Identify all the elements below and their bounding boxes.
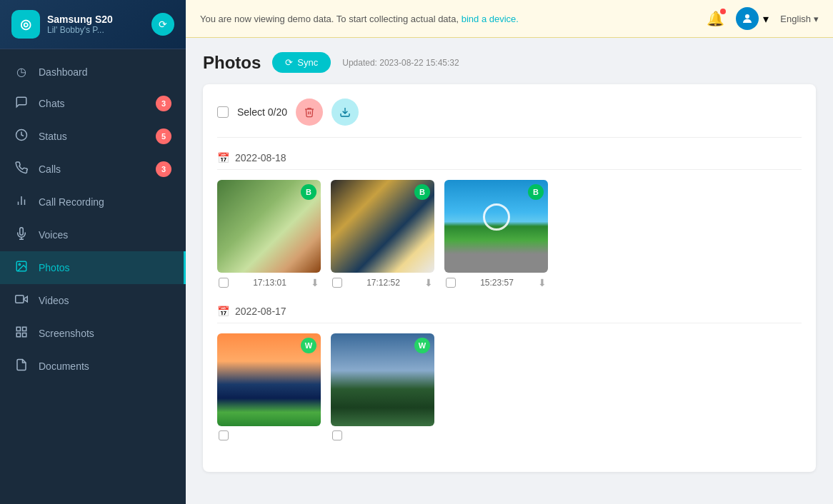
circle-overlay bbox=[483, 203, 510, 231]
user-menu[interactable]: ▾ bbox=[736, 7, 769, 30]
voices-icon bbox=[14, 227, 29, 243]
language-label: English bbox=[780, 14, 811, 24]
photo-thumbnail[interactable]: B bbox=[217, 180, 321, 273]
sidebar-item-screenshots[interactable]: Screenshots bbox=[0, 317, 186, 350]
sidebar-item-label-documents: Documents bbox=[39, 361, 89, 372]
photo-item: W bbox=[331, 333, 434, 440]
photo-item: B 17:12:52 ⬇ bbox=[331, 180, 434, 288]
photo-item: B 17:13:01 ⬇ bbox=[217, 180, 321, 288]
photo-time: 17:12:52 bbox=[366, 278, 400, 288]
sidebar-item-dashboard[interactable]: ◷ Dashboard bbox=[0, 56, 186, 87]
documents-icon bbox=[14, 358, 29, 374]
select-bar: Select 0/20 bbox=[217, 99, 802, 138]
lang-chevron-icon: ▾ bbox=[814, 14, 819, 24]
svg-point-14 bbox=[745, 14, 749, 19]
sync-button-label: Sync bbox=[297, 57, 318, 68]
language-selector[interactable]: English ▾ bbox=[780, 14, 819, 24]
photo-download-icon[interactable]: ⬇ bbox=[311, 277, 319, 288]
download-button[interactable] bbox=[331, 99, 359, 126]
status-icon bbox=[14, 128, 29, 144]
svg-rect-11 bbox=[23, 327, 26, 331]
photo-thumbnail[interactable]: W bbox=[217, 333, 321, 426]
delete-button[interactable] bbox=[296, 99, 323, 126]
calls-icon bbox=[14, 161, 29, 177]
svg-rect-13 bbox=[16, 333, 20, 337]
select-label: Select 0/20 bbox=[237, 106, 287, 118]
photos-grid-2022-08-18: B 17:13:01 ⬇ B bbox=[217, 180, 802, 288]
svg-rect-12 bbox=[23, 333, 26, 337]
photo-app-badge: B bbox=[301, 184, 316, 200]
photo-app-badge: B bbox=[414, 184, 430, 200]
chats-icon bbox=[14, 96, 29, 111]
sidebar-item-label-calls: Calls bbox=[39, 163, 61, 175]
demo-notice: You are now viewing demo data. To start … bbox=[200, 14, 519, 24]
photo-footer: 17:13:01 ⬇ bbox=[217, 277, 321, 288]
sidebar-item-chats[interactable]: Chats 3 bbox=[0, 87, 186, 120]
bind-device-link[interactable]: bind a device. bbox=[462, 14, 519, 24]
updated-timestamp: Updated: 2023-08-22 15:45:32 bbox=[342, 58, 459, 68]
topbar-right: 🔔 ▾ English ▾ bbox=[707, 7, 819, 30]
photo-time: 17:13:01 bbox=[253, 278, 286, 288]
photo-checkbox[interactable] bbox=[332, 278, 342, 288]
page-header: Photos ⟳ Sync Updated: 2023-08-22 15:45:… bbox=[203, 52, 816, 73]
sidebar-item-documents[interactable]: Documents bbox=[0, 350, 186, 383]
sidebar-item-label-call-recording: Call Recording bbox=[39, 196, 104, 208]
sidebar-item-label-screenshots: Screenshots bbox=[39, 328, 94, 339]
sidebar-item-call-recording[interactable]: Call Recording bbox=[0, 186, 186, 218]
photo-checkbox[interactable] bbox=[219, 278, 229, 288]
nav-items: ◷ Dashboard Chats 3 Status 5 Calls 3 bbox=[0, 49, 186, 504]
sidebar-item-videos[interactable]: Videos bbox=[0, 284, 186, 317]
sidebar-item-label-status: Status bbox=[39, 131, 67, 142]
sync-button-icon: ⟳ bbox=[285, 57, 293, 68]
photo-footer bbox=[217, 430, 321, 440]
svg-rect-9 bbox=[16, 296, 24, 303]
sidebar-item-status[interactable]: Status 5 bbox=[0, 120, 186, 153]
sidebar-item-label-dashboard: Dashboard bbox=[39, 66, 88, 78]
sidebar-item-label-voices: Voices bbox=[39, 229, 68, 241]
svg-point-7 bbox=[19, 263, 20, 265]
sync-header-button[interactable]: ⟳ bbox=[151, 13, 174, 36]
photo-footer: 17:12:52 ⬇ bbox=[331, 277, 434, 288]
notification-button[interactable]: 🔔 bbox=[707, 10, 724, 27]
date-header-2022-08-18: 📅 2022-08-18 bbox=[217, 152, 802, 170]
app-logo: ◎ bbox=[11, 10, 40, 39]
photo-thumbnail[interactable]: B bbox=[331, 180, 434, 273]
sidebar-item-label-chats: Chats bbox=[39, 98, 65, 109]
date-label: 2022-08-17 bbox=[235, 306, 286, 317]
photo-thumbnail[interactable]: B bbox=[444, 180, 548, 273]
topbar: You are now viewing demo data. To start … bbox=[186, 0, 833, 38]
photo-footer: 15:23:57 ⬇ bbox=[444, 277, 548, 288]
videos-icon bbox=[14, 293, 29, 308]
svg-rect-10 bbox=[16, 327, 20, 331]
status-badge: 5 bbox=[156, 128, 171, 144]
photo-app-badge: W bbox=[414, 338, 430, 353]
photo-checkbox[interactable] bbox=[446, 278, 456, 288]
photos-grid-2022-08-17: W W bbox=[217, 333, 802, 440]
dashboard-icon: ◷ bbox=[14, 65, 29, 79]
photo-download-icon[interactable]: ⬇ bbox=[538, 277, 547, 288]
device-info: Samsung S20 Lil' Bobby's P... bbox=[47, 14, 144, 35]
sidebar-item-voices[interactable]: Voices bbox=[0, 218, 186, 251]
photo-time: 15:23:57 bbox=[480, 278, 514, 288]
sync-button[interactable]: ⟳ Sync bbox=[272, 52, 331, 73]
date-label: 2022-08-18 bbox=[235, 152, 286, 163]
screenshots-icon bbox=[14, 326, 29, 341]
notification-dot bbox=[720, 9, 726, 14]
photo-checkbox[interactable] bbox=[332, 430, 342, 440]
photo-item: B 15:23:57 ⬇ bbox=[444, 180, 548, 288]
sidebar-item-calls[interactable]: Calls 3 bbox=[0, 153, 186, 186]
calendar-icon: 📅 bbox=[217, 306, 229, 317]
sidebar-item-photos[interactable]: Photos bbox=[0, 251, 186, 284]
calls-badge: 3 bbox=[156, 161, 171, 177]
photo-download-icon[interactable]: ⬇ bbox=[424, 277, 433, 288]
sidebar-item-label-videos: Videos bbox=[39, 295, 69, 306]
page-title: Photos bbox=[203, 53, 261, 73]
photo-checkbox[interactable] bbox=[219, 430, 229, 440]
calendar-icon: 📅 bbox=[217, 152, 229, 163]
photos-icon bbox=[14, 260, 29, 276]
content-area: Photos ⟳ Sync Updated: 2023-08-22 15:45:… bbox=[186, 38, 833, 504]
select-all-checkbox[interactable] bbox=[217, 106, 229, 118]
sidebar-item-label-photos: Photos bbox=[39, 262, 70, 273]
chevron-down-icon: ▾ bbox=[763, 12, 769, 26]
photo-thumbnail[interactable]: W bbox=[331, 333, 434, 426]
